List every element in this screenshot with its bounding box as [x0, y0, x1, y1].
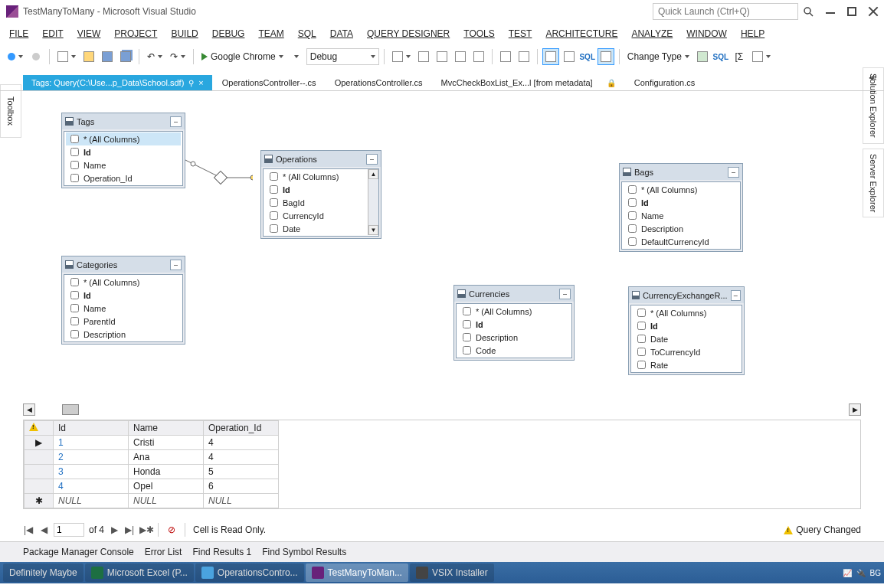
save-all-button[interactable]	[117, 48, 134, 65]
menu-edit[interactable]: EDIT	[36, 26, 69, 41]
table-row[interactable]: Id	[624, 196, 738, 209]
table-row[interactable]: Id	[66, 289, 181, 302]
column-id[interactable]: Id	[54, 421, 129, 436]
nav-back-button[interactable]	[5, 48, 26, 65]
group-button1[interactable]	[389, 48, 414, 65]
undo-button[interactable]: ↶	[144, 48, 165, 65]
run-query-button[interactable]	[694, 48, 711, 65]
table-row[interactable]: Operation_Id	[66, 172, 181, 185]
taskbar-item[interactable]: OperationsContro...	[195, 564, 304, 582]
menu-build[interactable]: BUILD	[165, 26, 204, 41]
nav-new-icon[interactable]: ▶✱	[139, 524, 150, 535]
column-name[interactable]: Name	[129, 421, 204, 436]
table-bags[interactable]: Bags– * (All Columns) Id Name Descriptio…	[619, 163, 743, 252]
find-symbol-results-tab[interactable]: Find Symbol Results	[262, 545, 346, 559]
menu-analyze[interactable]: ANALYZE	[625, 26, 679, 41]
taskbar-item-active[interactable]: TestManyToMan...	[306, 564, 408, 582]
config-select[interactable]: Debug	[306, 48, 379, 65]
table-currencies[interactable]: Currencies– * (All Columns) Id Descripti…	[453, 285, 575, 361]
table-minimize-icon[interactable]: –	[559, 289, 571, 299]
table-row[interactable]: * (All Columns)	[458, 305, 570, 318]
table-row[interactable]: Id	[66, 145, 181, 158]
table-row[interactable]: Id	[265, 183, 366, 196]
error-list-tab[interactable]: Error List	[145, 545, 182, 559]
group-button6[interactable]	[497, 48, 514, 65]
diagram-pane-button[interactable]	[542, 48, 559, 65]
table-minimize-icon[interactable]: –	[731, 290, 741, 301]
menu-query-designer[interactable]: QUERY DESIGNER	[361, 26, 456, 41]
menu-file[interactable]: FILE	[3, 26, 34, 41]
table-row[interactable]: Id	[633, 319, 740, 332]
save-button[interactable]	[99, 48, 116, 65]
nav-last-icon[interactable]: ▶|	[124, 524, 135, 535]
table-row[interactable]: * (All Columns)	[265, 170, 366, 183]
nav-forward-button[interactable]	[28, 48, 44, 65]
scroll-right-icon[interactable]: ▶	[849, 403, 861, 416]
verify-sql-button[interactable]: SQL	[712, 48, 729, 65]
results-grid[interactable]: Id Name Operation_Id ▶1Cristi4 2Ana4 3Ho…	[23, 420, 861, 509]
table-row[interactable]: * (All Columns)	[633, 306, 740, 319]
table-row[interactable]: DefaultCurrencyId	[624, 235, 738, 248]
scroll-down-icon[interactable]: ▼	[368, 225, 378, 235]
table-row[interactable]: Description	[458, 331, 570, 344]
table-row[interactable]: Description	[624, 222, 738, 235]
nav-next-icon[interactable]: ▶	[109, 524, 120, 535]
menu-help[interactable]: HELP	[735, 26, 771, 41]
start-debugging-button[interactable]: Google Chrome	[198, 48, 286, 65]
table-row[interactable]: * (All Columns)	[66, 276, 181, 289]
quick-launch-input[interactable]	[653, 3, 798, 20]
column-operation-id[interactable]: Operation_Id	[204, 421, 279, 436]
menu-view[interactable]: VIEW	[71, 26, 107, 41]
change-type-button[interactable]: Change Type	[624, 48, 692, 65]
nav-position-input[interactable]	[54, 523, 84, 537]
table-row[interactable]: CurrencyId	[265, 209, 366, 222]
table-row[interactable]: * (All Columns)	[624, 183, 738, 196]
taskbar-item[interactable]: VSIX Installer	[410, 564, 494, 582]
scroll-up-icon[interactable]: ▲	[368, 169, 378, 179]
table-row[interactable]: ToCurrencyId	[633, 345, 740, 358]
tab-configuration[interactable]: Configuration.cs	[626, 75, 704, 90]
menu-data[interactable]: DATA	[324, 26, 359, 41]
table-row[interactable]: Code	[458, 344, 570, 357]
table-row[interactable]: BagId	[265, 196, 366, 209]
tab-tags-query[interactable]: Tags: Query(C:\Use...p_Data\School.sdf) …	[23, 75, 212, 90]
taskbar-item[interactable]: Microsoft Excel (P...	[85, 564, 194, 582]
group-button4[interactable]	[452, 48, 469, 65]
menu-project[interactable]: PROJECT	[108, 26, 163, 41]
group-button7[interactable]	[516, 48, 532, 65]
package-manager-console-tab[interactable]: Package Manager Console	[23, 545, 134, 559]
menu-architecture[interactable]: ARCHITECTURE	[539, 26, 624, 41]
table-row[interactable]: Date	[633, 332, 740, 345]
nav-first-icon[interactable]: |◀	[23, 524, 34, 535]
table-row[interactable]: * (All Columns)	[66, 132, 181, 145]
table-row[interactable]: Name	[66, 302, 181, 315]
table-row[interactable]: Name	[66, 158, 181, 172]
table-row[interactable]: Date	[265, 222, 366, 235]
add-table-button[interactable]	[749, 48, 774, 65]
new-project-button[interactable]	[54, 48, 79, 65]
table-minimize-icon[interactable]: –	[170, 260, 182, 270]
table-minimize-icon[interactable]: –	[728, 167, 739, 178]
table-categories[interactable]: Categories– * (All Columns) Id Name Pare…	[61, 256, 185, 345]
table-tags[interactable]: Tags– * (All Columns) Id Name Operation_…	[61, 113, 185, 188]
search-icon[interactable]	[798, 3, 818, 20]
group-button2[interactable]	[415, 48, 432, 65]
sql-pane-button[interactable]: SQL	[579, 48, 596, 65]
table-minimize-icon[interactable]: –	[366, 154, 378, 165]
table-row[interactable]: Rate	[633, 358, 740, 371]
tab-operations-controller-1[interactable]: OperationsController--.cs	[214, 75, 325, 90]
add-group-button[interactable]: [Σ	[731, 48, 748, 65]
table-row[interactable]: Id	[458, 318, 570, 331]
nav-prev-icon[interactable]: ◀	[38, 524, 49, 535]
toolbox-panel[interactable]: Toolbox	[0, 84, 21, 138]
table-row[interactable]: Name	[624, 209, 738, 222]
results-pane-button[interactable]	[598, 48, 614, 65]
menu-team[interactable]: TEAM	[252, 26, 290, 41]
window-minimize-icon[interactable]	[826, 7, 835, 16]
browser-picker-button[interactable]	[288, 48, 305, 65]
scroll-left-icon[interactable]: ◀	[23, 403, 35, 416]
window-maximize-icon[interactable]	[847, 7, 856, 16]
menu-sql[interactable]: SQL	[292, 26, 322, 41]
tab-overflow-icon[interactable]: ≪	[869, 74, 876, 82]
table-row[interactable]: ParentId	[66, 315, 181, 328]
